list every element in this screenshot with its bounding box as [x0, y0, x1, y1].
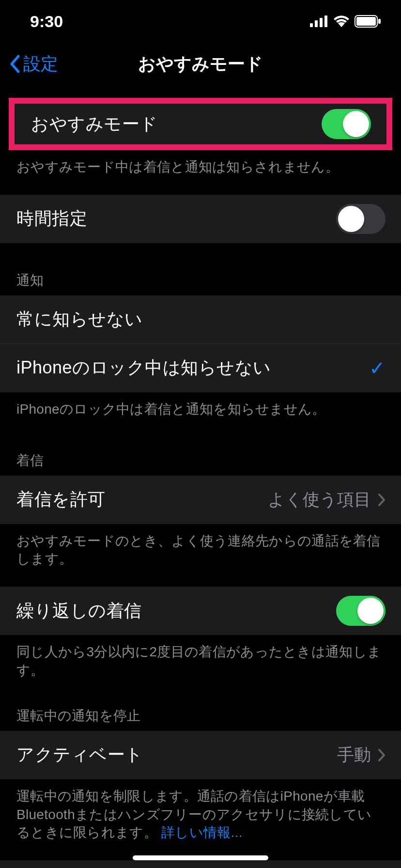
driving-header: 運転中の通知を停止 [0, 698, 401, 731]
driving-footer: 運転中の通知を制限します。通話の着信はiPhoneが車載Bluetoothまたは… [0, 779, 401, 860]
always-silence-cell[interactable]: 常に知らせない [0, 295, 401, 344]
chevron-right-icon [378, 748, 386, 762]
highlight-annotation: おやすみモード [9, 98, 392, 150]
repeated-calls-toggle[interactable] [336, 596, 386, 626]
home-indicator[interactable] [133, 855, 268, 860]
nav-bar: 設定 おやすみモード [0, 43, 401, 85]
notifications-header: 通知 [0, 243, 401, 295]
toggle-knob [357, 598, 384, 624]
nav-title: おやすみモード [138, 52, 263, 76]
wifi-icon [333, 16, 350, 27]
svg-rect-3 [324, 16, 327, 27]
chevron-left-icon [9, 54, 20, 74]
checkmark-icon: ✓ [369, 357, 386, 379]
always-silence-label: 常に知らせない [16, 308, 143, 331]
allow-calls-value: よく使う項目 [268, 488, 371, 511]
back-label: 設定 [23, 52, 58, 76]
repeated-calls-footer: 同じ人から3分以内に2度目の着信があったときは通知します。 [0, 635, 401, 698]
activate-value: 手動 [337, 744, 371, 766]
svg-rect-5 [356, 17, 376, 26]
schedule-label: 時間指定 [16, 207, 87, 231]
status-bar: 9:30 [0, 0, 401, 43]
dnd-label: おやすみモード [31, 112, 158, 136]
allow-calls-footer: おやすみモードのとき、よく使う連絡先からの通話を着信します。 [0, 524, 401, 587]
back-button[interactable]: 設定 [9, 52, 58, 76]
repeated-calls-cell[interactable]: 繰り返しの着信 [0, 587, 401, 635]
toggle-knob [338, 206, 364, 232]
status-time: 9:30 [30, 12, 63, 31]
svg-rect-1 [315, 20, 318, 27]
svg-rect-6 [378, 19, 381, 24]
while-locked-label: iPhoneのロック中は知らせない [16, 356, 271, 380]
svg-rect-2 [320, 18, 323, 27]
activate-label: アクティベート [16, 743, 143, 767]
activate-cell[interactable]: アクティベート 手動 [0, 731, 401, 779]
status-icons [310, 15, 382, 28]
auto-reply-to-cell[interactable]: 自動返信先 よく使う項目 [0, 860, 401, 868]
notifications-footer: iPhoneのロック中は着信と通知を知らせません。 [0, 392, 401, 437]
repeated-calls-label: 繰り返しの着信 [16, 599, 142, 623]
more-info-link[interactable]: 詳しい情報... [161, 825, 243, 840]
dnd-footer: おやすみモード中は着信と通知は知らされません。 [0, 150, 401, 195]
chevron-right-icon [378, 493, 386, 507]
calls-header: 着信 [0, 437, 401, 476]
battery-icon [355, 15, 382, 28]
allow-calls-cell[interactable]: 着信を許可 よく使う項目 [0, 476, 401, 524]
dnd-toggle[interactable] [322, 109, 371, 139]
while-locked-cell[interactable]: iPhoneのロック中は知らせない ✓ [0, 344, 401, 392]
allow-calls-label: 着信を許可 [16, 488, 106, 512]
schedule-cell[interactable]: 時間指定 [0, 195, 401, 243]
toggle-knob [343, 111, 369, 137]
svg-rect-0 [310, 23, 313, 27]
cellular-icon [310, 16, 328, 27]
schedule-toggle[interactable] [336, 204, 386, 234]
dnd-toggle-cell[interactable]: おやすみモード [15, 104, 386, 144]
